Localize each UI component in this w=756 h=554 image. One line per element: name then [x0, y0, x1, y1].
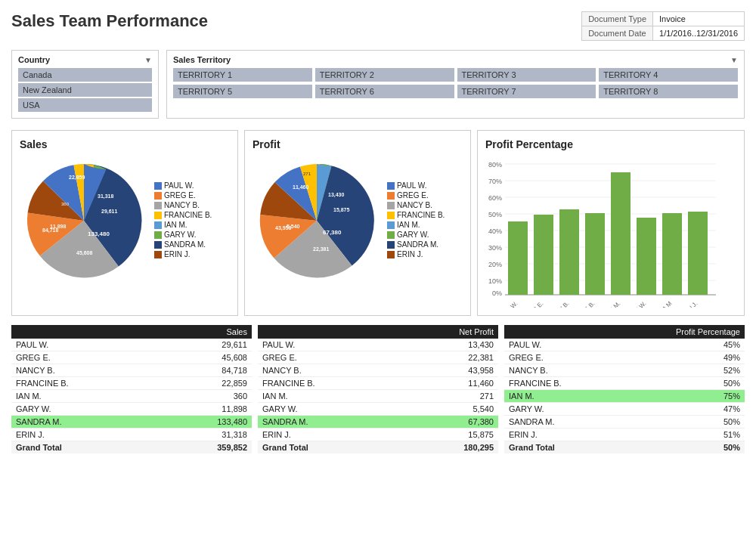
country-item-newzealand[interactable]: New Zealand	[18, 83, 152, 97]
svg-text:11,898: 11,898	[50, 224, 67, 230]
territory-8[interactable]: TERRITORY 8	[599, 85, 738, 98]
territory-filter-box: Sales Territory ▼ TERRITORY 1 TERRITORY …	[166, 50, 745, 119]
grand-total-row: Grand Total 180,295	[258, 441, 498, 454]
territory-3[interactable]: TERRITORY 3	[457, 68, 596, 82]
territory-2[interactable]: TERRITORY 2	[315, 68, 454, 82]
row-value: 360	[159, 390, 252, 403]
pct-table: Profit Percentage PAUL W.45% GREG E.49% …	[504, 325, 745, 453]
table-row: NANCY B. 84,718	[11, 364, 252, 377]
profit-col-value: Net Profit	[398, 325, 498, 339]
territory-6[interactable]: TERRITORY 6	[315, 85, 454, 98]
header-row: Sales Team Performance Document Type Inv…	[11, 11, 745, 41]
territory-5[interactable]: TERRITORY 5	[173, 85, 312, 98]
row-value: 11,898	[159, 403, 252, 416]
svg-text:11,460: 11,460	[293, 184, 309, 190]
row-name: NANCY B.	[11, 364, 159, 377]
row-name: SANDRA M.	[11, 416, 159, 429]
sales-pie-area: 31,318 29,611 45,608 22,859 84,718 360 1…	[20, 156, 230, 285]
profit-table: Net Profit PAUL W.13,430 GREG E.22,381 N…	[258, 325, 498, 453]
doc-type-label: Document Type	[582, 12, 653, 26]
svg-rect-35	[534, 215, 553, 295]
svg-text:31,318: 31,318	[98, 193, 114, 200]
svg-text:30%: 30%	[488, 244, 502, 252]
grand-total-row: Grand Total 50%	[504, 441, 745, 454]
row-value: 29,611	[159, 339, 252, 351]
profit-legend: PAUL W. GREG E. NANCY B. FRANCINE B. IAN…	[387, 181, 445, 260]
svg-text:10%: 10%	[488, 277, 502, 285]
territory-4[interactable]: TERRITORY 4	[599, 68, 738, 82]
sales-table-container: Sales PAUL W. 29,611 GREG E. 45,608 NANC…	[11, 325, 252, 453]
svg-text:GREG E.: GREG E.	[522, 300, 544, 308]
table-row: GARY W.5,540	[258, 403, 498, 416]
row-name: IAN M.	[11, 390, 159, 403]
profit-pct-chart-title: Profit Percentage	[485, 138, 736, 150]
territory-7[interactable]: TERRITORY 7	[457, 85, 596, 98]
row-value: 84,718	[159, 364, 252, 377]
table-row: PAUL W.45%	[504, 339, 745, 351]
territory-1[interactable]: TERRITORY 1	[173, 68, 312, 82]
svg-text:360: 360	[61, 202, 70, 206]
territory-filter-title: Sales Territory ▼	[173, 55, 738, 64]
filters-row: Country ▼ Canada New Zealand USA Sales T…	[11, 50, 745, 119]
row-name: FRANCINE B.	[11, 377, 159, 390]
sales-col-value: Sales	[159, 325, 252, 339]
profit-pct-bar-svg: 80% 70% 60% 50% 40% 30% 20% 10% 0%	[485, 156, 720, 308]
table-row: GARY W. 11,898	[11, 403, 252, 416]
table-row: ERIN J.51%	[504, 429, 745, 441]
sales-col-name	[11, 325, 159, 339]
svg-text:133,480: 133,480	[88, 231, 110, 237]
row-value: 31,318	[159, 429, 252, 441]
table-row: IAN M. 360	[11, 390, 252, 403]
svg-text:15,875: 15,875	[333, 207, 350, 213]
row-value: 22,859	[159, 377, 252, 390]
legend-francine-b: FRANCINE B.	[154, 211, 212, 219]
svg-rect-41	[688, 212, 708, 295]
row-name: GREG E.	[11, 351, 159, 364]
tables-row: Sales PAUL W. 29,611 GREG E. 45,608 NANC…	[11, 325, 745, 453]
table-row: PAUL W. 29,611	[11, 339, 252, 351]
territory-grid: TERRITORY 1 TERRITORY 2 TERRITORY 3 TERR…	[173, 68, 738, 98]
total-value: 359,852	[159, 441, 252, 454]
sales-chart-title: Sales	[20, 138, 230, 150]
legend-nancy-b: NANCY B.	[154, 201, 212, 209]
svg-rect-38	[611, 172, 631, 295]
svg-text:PAUL W.: PAUL W.	[497, 300, 519, 308]
country-filter-title: Country ▼	[18, 55, 152, 64]
table-row: FRANCINE B.50%	[504, 377, 745, 390]
table-row: GREG E.49%	[504, 351, 745, 364]
profit-pie-svg: 13,430 15,875 22,381 11,460 43,958 271 5…	[253, 156, 381, 285]
svg-text:20%: 20%	[488, 261, 502, 268]
profit-col-name	[258, 325, 398, 339]
page-title: Sales Team Performance	[11, 11, 208, 31]
profit-chart-box: Profit	[244, 130, 471, 316]
table-row-highlight: SANDRA M.67,380	[258, 416, 498, 429]
svg-text:0%: 0%	[492, 289, 502, 297]
svg-text:40%: 40%	[488, 227, 502, 235]
country-item-canada[interactable]: Canada	[18, 68, 152, 82]
legend-erin-j: ERIN J.	[154, 250, 212, 258]
table-row: FRANCINE B. 22,859	[11, 377, 252, 390]
territory-filter-icon[interactable]: ▼	[730, 56, 738, 64]
row-value: 133,480	[159, 416, 252, 429]
country-filter-icon[interactable]: ▼	[144, 56, 152, 64]
pct-table-container: Profit Percentage PAUL W.45% GREG E.49% …	[504, 325, 745, 453]
row-name: PAUL W.	[11, 339, 159, 351]
profit-chart-title: Profit	[253, 138, 463, 150]
svg-rect-40	[662, 213, 682, 295]
svg-text:NANCY B.: NANCY B.	[545, 300, 570, 308]
table-row: GREG E.22,381	[258, 351, 498, 364]
table-row: GARY W.47%	[504, 403, 745, 416]
table-row-highlight: SANDRA M. 133,480	[11, 416, 252, 429]
grand-total-row: Grand Total 359,852	[11, 441, 252, 454]
table-row: NANCY B.52%	[504, 364, 745, 377]
country-item-usa[interactable]: USA	[18, 98, 152, 112]
row-name: ERIN J.	[11, 429, 159, 441]
svg-rect-39	[637, 218, 656, 295]
doc-date-value: 1/1/2016..12/31/2016	[653, 26, 745, 41]
svg-text:80%: 80%	[488, 161, 502, 169]
sales-pie-svg: 31,318 29,611 45,608 22,859 84,718 360 1…	[20, 156, 148, 285]
svg-text:70%: 70%	[488, 178, 502, 185]
profit-pct-chart-box: Profit Percentage 80% 70% 60% 50% 40% 30…	[477, 130, 745, 316]
svg-text:13,430: 13,430	[328, 192, 345, 198]
svg-rect-34	[508, 221, 528, 295]
